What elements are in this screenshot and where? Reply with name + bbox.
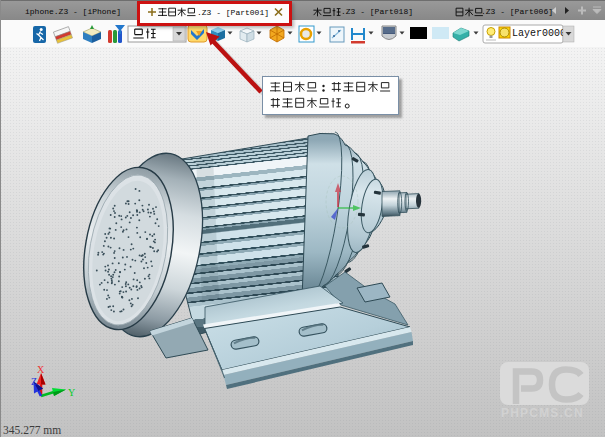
svg-text:PHPCMS.CN: PHPCMS.CN xyxy=(501,406,584,420)
svg-text:X: X xyxy=(37,364,45,375)
svg-text:Layer0000: Layer0000 xyxy=(512,28,566,39)
svg-text:345.277 mm: 345.277 mm xyxy=(3,424,61,436)
svg-text:Y: Y xyxy=(68,387,75,398)
svg-text:Z: Z xyxy=(31,376,37,387)
